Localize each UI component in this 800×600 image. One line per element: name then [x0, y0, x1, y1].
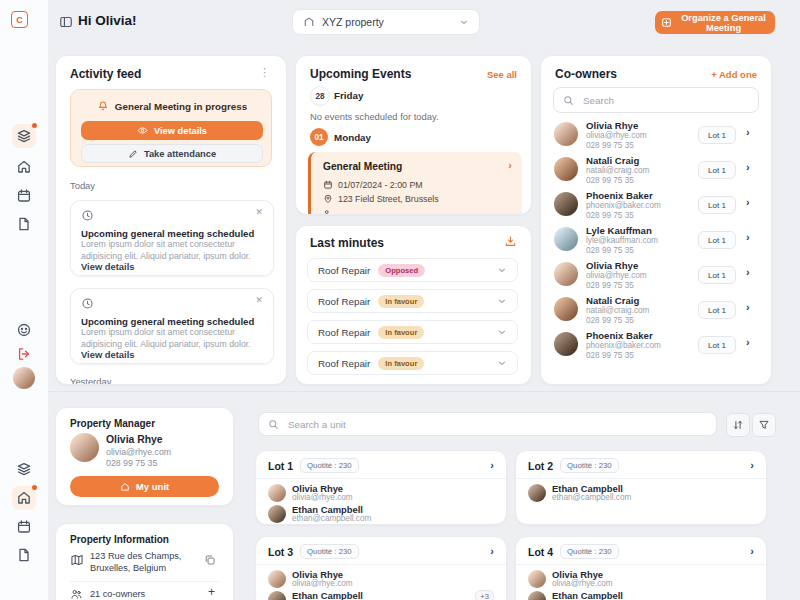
unit-search[interactable] — [258, 412, 717, 436]
sort-button[interactable] — [726, 413, 750, 437]
unit-search-input[interactable] — [286, 418, 707, 431]
sidebar-item-logout[interactable] — [12, 342, 36, 366]
my-unit-button[interactable]: My unit — [70, 476, 219, 497]
day-number-badge: 01 — [310, 128, 328, 146]
avatar — [268, 505, 286, 523]
close-icon[interactable]: ✕ — [255, 207, 263, 217]
minute-row[interactable]: Roof Repair In favour — [307, 289, 518, 313]
meeting-alert: General Meeting in progress View details… — [70, 89, 272, 167]
section-divider — [48, 391, 800, 392]
search-icon — [268, 419, 279, 430]
sidebar-item-dashboard[interactable] — [12, 124, 36, 148]
clock-icon — [81, 209, 94, 222]
sidebar-item-home[interactable] — [12, 155, 36, 179]
sidebar-item-documents[interactable] — [12, 212, 36, 236]
avatar — [268, 570, 286, 588]
notification-view-details-link[interactable]: View details — [81, 261, 135, 272]
building-icon — [303, 16, 315, 28]
lot-card[interactable]: Lot 1 Quotité : 230 › Olivia Rhye olivia… — [255, 450, 507, 525]
sort-icon — [732, 419, 744, 431]
filter-button[interactable] — [752, 413, 776, 437]
lot-badge: Lot 1 — [698, 266, 736, 284]
property-information-title: Property Information — [70, 534, 169, 545]
page-greeting: Hi Olivia! — [78, 13, 137, 28]
chevron-down-icon — [497, 358, 507, 368]
co-owner-row[interactable]: Olivia Rhye olivia@rhye.com 028 99 75 35… — [554, 260, 756, 292]
app-screen: C Hi — [0, 0, 800, 600]
minute-row[interactable]: Roof Repair In favour — [307, 320, 518, 344]
minute-row[interactable]: Roof Repair Opposed — [307, 258, 518, 282]
divider — [256, 564, 506, 565]
co-owner-row[interactable]: Natali Craig natali@craig.com 028 99 75 … — [554, 155, 756, 187]
clock-icon — [81, 297, 94, 310]
take-attendance-button[interactable]: Take attendance — [81, 144, 263, 163]
divider — [256, 478, 506, 479]
lot-badge: Lot 1 — [698, 336, 736, 354]
sidebar-item-help[interactable] — [12, 318, 36, 342]
calendar-icon — [323, 180, 333, 190]
logout-icon — [16, 346, 32, 362]
notification-card: ✕ Upcoming general meeting scheduled Lor… — [70, 288, 274, 364]
co-owners-count: 21 co-owners — [90, 589, 145, 599]
sidebar-item-documents-2[interactable] — [12, 543, 36, 567]
chevron-right-icon: › — [746, 162, 750, 173]
minute-row[interactable]: Roof Repair In favour — [307, 351, 518, 375]
eye-icon — [137, 125, 148, 136]
file-icon — [16, 216, 32, 232]
copy-icon[interactable] — [204, 554, 216, 566]
avatar — [268, 484, 286, 502]
manager-email: olivia@rhye.com — [106, 447, 171, 457]
sidebar-item-calendar-2[interactable] — [12, 515, 36, 539]
quota-badge: Quotité : 230 — [300, 544, 359, 559]
file-icon — [16, 547, 32, 563]
lot-badge: Lot 1 — [698, 196, 736, 214]
see-all-link[interactable]: See all — [487, 69, 517, 80]
yesterday-label: Yesterday — [70, 376, 111, 385]
co-owner-row[interactable]: Olivia Rhye olivia@rhye.com 028 99 75 35… — [554, 120, 756, 152]
co-owner-row[interactable]: Phoenix Baker phoenix@baker.com 028 99 7… — [554, 330, 756, 362]
chevron-right-icon: › — [746, 197, 750, 208]
sidebar-item-home-2[interactable] — [12, 486, 36, 510]
users-icon — [70, 588, 83, 600]
co-owner-row[interactable]: Natali Craig natali@craig.com 028 99 75 … — [554, 295, 756, 327]
activity-feed-title: Activity feed — [70, 67, 141, 81]
home-icon — [16, 490, 32, 506]
support-icon — [16, 322, 32, 338]
event-location: 123 Field Street, Brussels — [338, 194, 439, 204]
add-co-owner-link[interactable]: + Add one — [711, 69, 757, 80]
avatar — [554, 297, 578, 321]
chevron-right-icon: › — [490, 460, 494, 471]
notification-view-details-link[interactable]: View details — [81, 349, 135, 360]
organize-meeting-button[interactable]: Organize a General Meeting — [655, 11, 775, 34]
view-details-button[interactable]: View details — [81, 121, 263, 140]
lot-card[interactable]: Lot 2 Quotité : 230 › Ethan Campbell eth… — [515, 450, 767, 525]
sidebar-item-calendar[interactable] — [12, 184, 36, 208]
more-members-badge: +3 — [475, 590, 494, 600]
event-item[interactable]: General Meeting › 01/07/2024 - 2:00 PM 1… — [308, 152, 522, 215]
avatar — [554, 192, 578, 216]
avatar — [554, 332, 578, 356]
layers-icon — [16, 461, 32, 477]
app-logo[interactable]: C — [11, 11, 28, 28]
lot-badge: Lot 1 — [698, 161, 736, 179]
close-icon[interactable]: ✕ — [255, 295, 263, 305]
kebab-menu-icon[interactable]: ⋮ — [259, 66, 270, 79]
sidebar-item-dashboard-2[interactable] — [12, 457, 36, 481]
manager-name: Olivia Rhye — [106, 434, 163, 445]
download-icon[interactable] — [504, 235, 517, 248]
property-information-card: Property Information 123 Rue des Champs,… — [55, 523, 234, 600]
co-owners-search[interactable] — [553, 87, 759, 113]
sidebar: C — [0, 0, 49, 600]
plus-icon[interactable]: + — [208, 585, 215, 599]
lot-card[interactable]: Lot 3 Quotité : 230 › Olivia Rhye olivia… — [255, 536, 507, 600]
filter-icon — [758, 419, 770, 431]
lot-card[interactable]: Lot 4 Quotité : 230 › Olivia Rhye olivia… — [515, 536, 767, 600]
co-owner-row[interactable]: Phoenix Baker phoenix@baker.com 028 99 7… — [554, 190, 756, 222]
quota-badge: Quotité : 230 — [560, 544, 619, 559]
co-owners-search-input[interactable] — [581, 94, 749, 107]
sidebar-toggle-icon[interactable] — [59, 15, 73, 29]
chevron-down-icon — [497, 327, 507, 337]
user-avatar[interactable] — [13, 367, 35, 389]
co-owner-row[interactable]: Lyle Kauffman lyle@kauffman.com 028 99 7… — [554, 225, 756, 257]
property-selector[interactable]: XYZ property — [292, 9, 480, 35]
